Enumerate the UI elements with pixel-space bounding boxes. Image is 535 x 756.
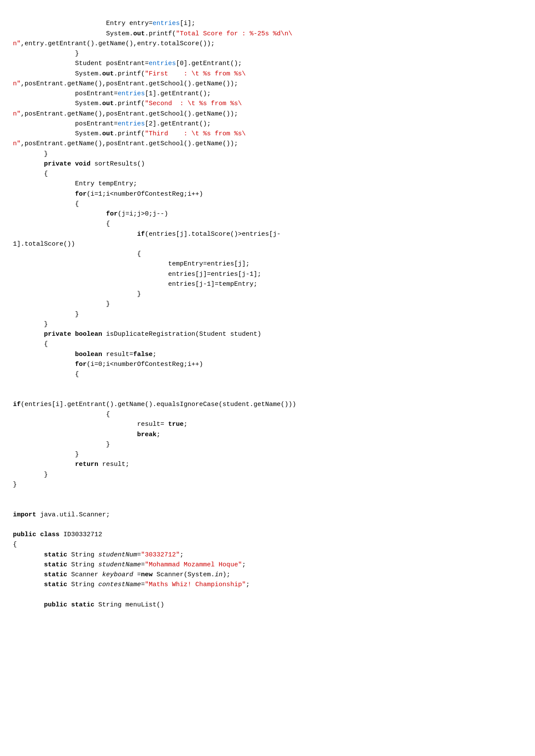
code-text: Entry entry=entries[i]; System.out.print… bbox=[13, 20, 296, 609]
code-viewer: Entry entry=entries[i]; System.out.print… bbox=[13, 9, 522, 620]
